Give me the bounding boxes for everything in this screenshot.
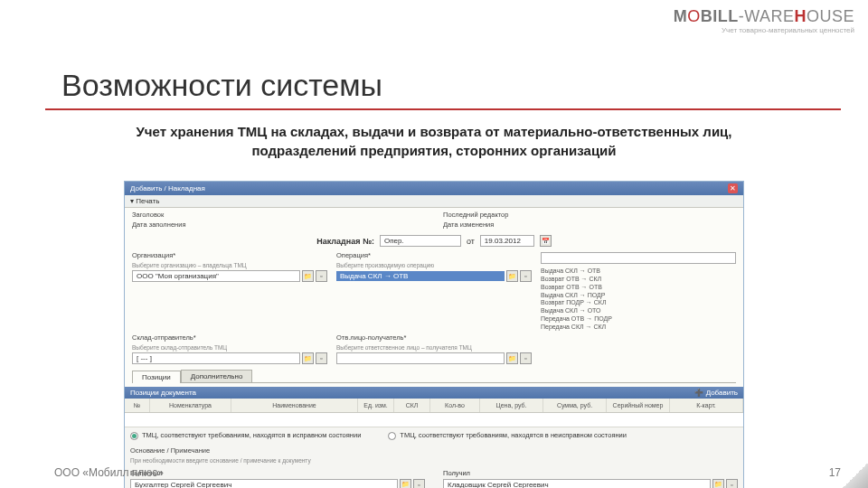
folder-icon[interactable]: 📁: [302, 352, 314, 364]
folder-icon[interactable]: 📁: [400, 479, 411, 488]
document-header: Накладная №: Опер. от 19.03.2012 📅: [132, 235, 736, 247]
window-titlebar: Добавить / Накладная ✕: [125, 182, 743, 195]
add-button[interactable]: ➕Добавить: [694, 389, 738, 397]
grid-header: №НоменклатураНаименованиеЕд. изм.СКЛКол-…: [125, 399, 743, 413]
page-curl: [843, 463, 868, 488]
title-underline: [45, 108, 841, 110]
print-button[interactable]: ▾ Печать: [130, 197, 159, 205]
clear-icon[interactable]: ▫: [316, 270, 327, 282]
editor-label: Последний редактор: [443, 211, 736, 220]
app-window: Добавить / Накладная ✕ ▾ Печать Заголово…: [124, 181, 744, 488]
window-title: Добавить / Накладная: [130, 184, 205, 192]
folder-icon[interactable]: 📁: [712, 479, 724, 488]
operation-list: Выдача СКЛ → ОТВВозврат ОТВ → СКЛВозврат…: [541, 267, 736, 331]
calendar-icon[interactable]: 📅: [540, 235, 552, 247]
folder-icon[interactable]: 📁: [506, 270, 518, 282]
slide-subtitle: Учет хранения ТМЦ на складах, выдачи и в…: [54, 122, 814, 160]
folder-icon[interactable]: 📁: [506, 352, 518, 364]
slide-footer: ООО «Мобилл плюс» 17: [54, 466, 841, 479]
operation-selected[interactable]: Выдача СКЛ → ОТВ: [336, 271, 505, 281]
page-number: 17: [829, 466, 841, 479]
org-label: Организация*: [132, 252, 327, 260]
grid-body: [125, 413, 743, 427]
recipient-label: Отв.лицо-получатель*: [336, 334, 532, 343]
toolbar: ▾ Печать: [125, 195, 743, 208]
org-input[interactable]: ООО "Моя организация": [132, 270, 300, 282]
basis-label: Основание / Примечание: [130, 447, 738, 455]
doc-number-input[interactable]: Опер.: [380, 235, 461, 247]
plus-icon: ➕: [694, 389, 703, 397]
clear-icon[interactable]: ▫: [520, 270, 532, 282]
signer2-input[interactable]: Кладовщик Сергей Сергеевич: [443, 479, 711, 488]
warehouse-input[interactable]: [ --- ]: [132, 352, 300, 364]
warehouse-label: Склад-отправитель*: [132, 334, 327, 343]
clear-icon[interactable]: ▫: [520, 352, 532, 364]
recipient-input[interactable]: [336, 352, 505, 364]
brand-logo: MOBILL-WAREHOUSE Учет товарно-материальн…: [674, 7, 854, 34]
close-icon[interactable]: ✕: [728, 183, 738, 193]
clear-icon[interactable]: ▫: [726, 479, 738, 488]
tab-positions[interactable]: Позиции: [132, 371, 181, 383]
tab-additional[interactable]: Дополнительно: [181, 370, 253, 382]
radio-bad[interactable]: [388, 432, 396, 440]
author-label: Заголовок: [132, 211, 425, 220]
doc-date-input[interactable]: 19.03.2012: [480, 235, 534, 247]
slide-title: Возможности системы: [61, 68, 382, 103]
folder-icon[interactable]: 📁: [302, 270, 314, 282]
clear-icon[interactable]: ▫: [316, 352, 327, 364]
signer1-input[interactable]: Бухгалтер Сергей Сергеевич: [130, 479, 398, 488]
aux-input[interactable]: [541, 252, 736, 264]
clear-icon[interactable]: ▫: [413, 479, 425, 488]
operation-label: Операция*: [336, 252, 532, 260]
tabs: Позиции Дополнительно: [132, 370, 736, 383]
section-header: Позиции документа ➕Добавить: [125, 387, 743, 399]
radio-ok[interactable]: [130, 432, 138, 440]
